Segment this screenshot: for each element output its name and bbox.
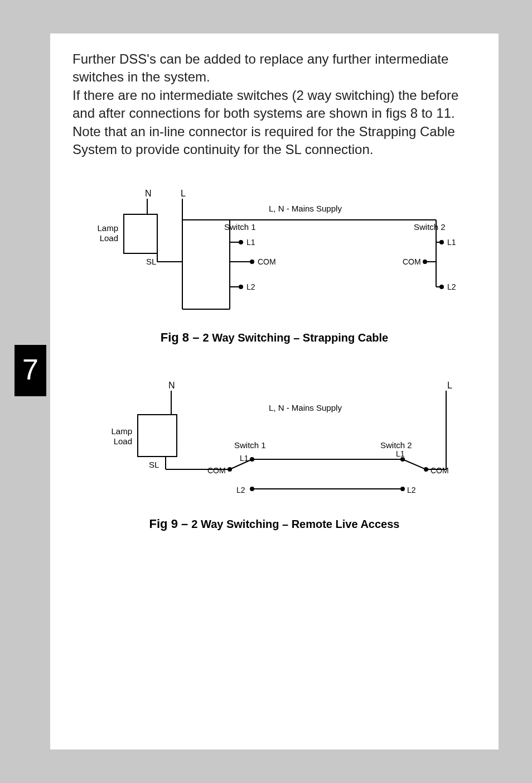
fig8-desc: 2 Way Switching – Strapping Cable [203,332,389,344]
fig8-mains: L, N - Mains Supply [269,204,342,213]
fig9-sl: SL [149,460,159,469]
fig9-caption: Fig 9 – 2 Way Switching – Remote Live Ac… [72,517,476,531]
fig8-sw2-l2: L2 [447,282,456,291]
fig9-n-label: N [168,381,175,390]
fig9-sw1-com: COM [207,466,226,475]
fig8-l-label: L [181,189,186,198]
fig9-mains: L, N - Mains Supply [269,403,342,412]
fig9-lamp: Lamp [111,426,132,436]
fig9-diagram: N L Lamp Load L, N - Mains Supply SL Swi… [85,378,464,507]
fig8-sw2-com: COM [403,257,421,266]
fig8-lamp-box [124,214,157,253]
fig8-sw1: Switch 1 [224,222,256,232]
fig8-label: Fig 8 – [161,330,203,344]
fig9-sw1: Switch 1 [234,440,266,450]
fig8-sw1-l2: L2 [246,282,255,291]
fig8-sw1-l1: L1 [246,238,255,247]
fig8-diagram: N L Lamp Load L, N - Mains Supply SL Swi… [85,186,464,320]
fig9-sw2-l2: L2 [407,486,416,494]
fig8-n-label: N [145,189,152,198]
fig9-sw2: Switch 2 [380,440,412,450]
fig9-sw2-l1: L1 [396,449,405,458]
fig9-load: Load [114,436,132,446]
body-text: Further DSS's can be added to replace an… [72,50,476,158]
fig9-desc: 2 Way Switching – Remote Live Access [191,518,399,530]
svg-line-35 [403,459,426,469]
fig8-lamp: Lamp [97,223,118,233]
page-number: 7 [22,353,38,386]
page-number-tab: 7 [14,345,46,396]
fig9-l-label: L [447,381,452,390]
figure-9: N L Lamp Load L, N - Mains Supply SL Swi… [72,378,476,531]
fig9-sw1-l2: L2 [236,486,245,494]
figure-8: N L Lamp Load L, N - Mains Supply SL Swi… [72,186,476,345]
paragraph-1: Further DSS's can be added to replace an… [72,51,448,84]
svg-point-34 [400,487,405,491]
fig8-sw2-l1: L1 [447,238,456,247]
fig8-sw2: Switch 2 [414,222,446,232]
fig8-caption: Fig 8 – 2 Way Switching – Strapping Cabl… [72,330,476,345]
fig8-load: Load [100,233,118,243]
fig9-lamp-box [138,415,177,457]
page: Further DSS's can be added to replace an… [50,33,499,750]
fig8-sw1-com: COM [258,257,276,266]
fig9-label: Fig 9 – [149,517,192,531]
paragraph-2: If there are no intermediate switches (2… [72,88,458,157]
fig8-sl: SL [146,257,156,266]
